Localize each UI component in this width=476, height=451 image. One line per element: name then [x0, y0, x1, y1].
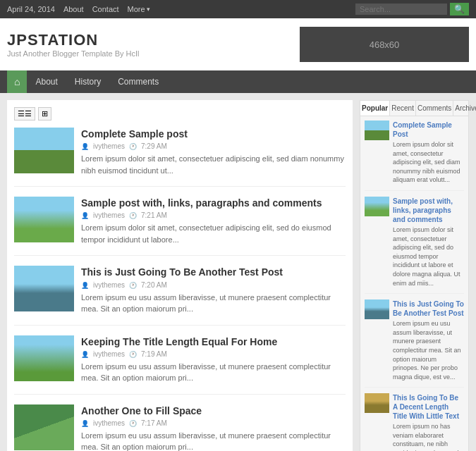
topbar: April 24, 2014 About Contact More ▾ 🔍	[0, 0, 476, 18]
sidebar-post-item: This is Just Going To Be Another Test Po…	[365, 299, 464, 388]
author-icon	[81, 419, 89, 427]
sidebar-posts-list: Complete Sample Post Lorem ipsum dolor s…	[360, 116, 468, 451]
nav-about[interactable]: About	[27, 71, 66, 92]
post-time: 7:19 AM	[141, 350, 167, 358]
topbar-contact-link[interactable]: Contact	[92, 5, 119, 13]
post-meta: ivythemes 7:19 AM	[81, 350, 346, 358]
topbar-right: 🔍	[355, 3, 469, 16]
post-excerpt: Lorem ipsum dolor sit amet, consectetuer…	[81, 222, 346, 245]
topbar-left: April 24, 2014 About Contact More ▾	[7, 5, 150, 13]
site-title: JPSTATION	[7, 31, 140, 49]
sidebar: Popular Recent Comments Archive Complete…	[360, 100, 469, 451]
tab-comments[interactable]: Comments	[416, 101, 453, 116]
list-view-button[interactable]: ☰☰	[14, 107, 35, 121]
author-icon	[81, 142, 89, 150]
content-area: ☰☰ ⊞ Complete Sample post ivythemes 7:29…	[7, 100, 353, 451]
post-time: 7:20 AM	[141, 281, 167, 289]
post-author: ivythemes	[93, 211, 125, 219]
post-title[interactable]: Keeping The Title Length Equal For Home	[81, 335, 346, 348]
chevron-down-icon: ▾	[147, 6, 150, 13]
post-thumbnail	[14, 404, 74, 450]
time-icon	[129, 350, 137, 358]
sidebar-post-item: Sample post with, links, paragraphs and …	[365, 197, 464, 294]
post-meta: ivythemes 7:20 AM	[81, 281, 346, 289]
post-title[interactable]: Complete Sample post	[81, 128, 346, 140]
tab-recent[interactable]: Recent	[390, 101, 416, 116]
sidebar-post-excerpt: Lorem ipsum dolor sit amet, consectetuer…	[393, 226, 464, 288]
nav-home-button[interactable]: ⌂	[7, 70, 27, 93]
post-author: ivythemes	[93, 419, 125, 427]
time-icon	[129, 142, 137, 150]
post-title[interactable]: This is Just Going To Be Another Test Po…	[81, 266, 346, 278]
post-excerpt: Lorem ipsum eu usu assum liberavisse, ut…	[81, 292, 346, 315]
post-body: Sample post with, links, paragraphs and …	[81, 197, 346, 245]
post-item: Sample post with, links, paragraphs and …	[14, 197, 346, 256]
topbar-about-link[interactable]: About	[63, 5, 84, 13]
post-meta: ivythemes 7:21 AM	[81, 211, 346, 219]
nav-history[interactable]: History	[66, 71, 109, 92]
sidebar-post-title[interactable]: Sample post with, links, paragraphs and …	[393, 197, 464, 224]
topbar-more-label: More	[128, 5, 145, 13]
post-time: 7:29 AM	[141, 142, 167, 150]
sidebar-post-body: This is Just Going To Be Another Test Po…	[393, 299, 464, 381]
navigation: ⌂ About History Comments	[0, 70, 476, 93]
time-icon	[129, 419, 137, 427]
post-body: Keeping The Title Length Equal For Home …	[81, 335, 346, 384]
grid-view-button[interactable]: ⊞	[38, 107, 51, 121]
sidebar-post-excerpt: Lorem ipsum dolor sit amet, consectetur …	[393, 140, 464, 185]
post-excerpt: Lorem ipsum eu usu assum liberavisse, ut…	[81, 430, 346, 451]
post-excerpt: Lorem ipsum eu usu assum liberavisse, ut…	[81, 361, 346, 384]
post-title[interactable]: Another One to Fill Space	[81, 404, 346, 417]
sidebar-post-title[interactable]: This is Just Going To Be Another Test Po…	[393, 299, 464, 318]
sidebar-post-thumbnail	[365, 197, 389, 216]
author-icon	[81, 281, 89, 289]
sidebar-post-title[interactable]: This Is Going To Be A Decent Length Titl…	[393, 393, 464, 421]
post-body: Another One to Fill Space ivythemes 7:17…	[81, 404, 346, 451]
header: JPSTATION Just Another Blogger Template …	[0, 18, 476, 70]
post-thumbnail	[14, 128, 74, 173]
time-icon	[129, 211, 137, 219]
sidebar-post-body: This Is Going To Be A Decent Length Titl…	[393, 393, 464, 451]
posts-list: Complete Sample post ivythemes 7:29 AM L…	[14, 128, 346, 451]
post-item: This is Just Going To Be Another Test Po…	[14, 266, 346, 325]
post-title[interactable]: Sample post with, links, paragraphs and …	[81, 197, 346, 209]
sidebar-post-item: This Is Going To Be A Decent Length Titl…	[365, 393, 464, 451]
tab-archive[interactable]: Archive	[453, 101, 476, 116]
search-input[interactable]	[355, 4, 447, 15]
post-time: 7:17 AM	[141, 419, 167, 427]
site-subtitle: Just Another Blogger Template By HcIl	[7, 49, 140, 58]
sidebar-post-thumbnail	[365, 121, 389, 140]
post-meta: ivythemes 7:17 AM	[81, 419, 346, 427]
post-thumbnail	[14, 197, 74, 242]
sidebar-post-thumbnail	[365, 299, 389, 319]
topbar-date: April 24, 2014	[7, 5, 55, 13]
time-icon	[129, 281, 137, 289]
main-container: ☰☰ ⊞ Complete Sample post ivythemes 7:29…	[0, 93, 476, 451]
tab-popular[interactable]: Popular	[360, 101, 390, 116]
post-body: This is Just Going To Be Another Test Po…	[81, 266, 346, 314]
sidebar-post-excerpt: Lorem ipsum no has veniam elaboraret con…	[393, 422, 464, 451]
sidebar-post-thumbnail	[365, 393, 389, 413]
post-thumbnail	[14, 266, 74, 311]
sidebar-post-title[interactable]: Complete Sample Post	[393, 121, 464, 139]
header-ad-banner: 468x60	[300, 27, 469, 62]
post-author: ivythemes	[93, 281, 125, 289]
search-button[interactable]: 🔍	[450, 3, 469, 16]
topbar-more-dropdown[interactable]: More ▾	[128, 5, 150, 13]
post-item: Complete Sample post ivythemes 7:29 AM L…	[14, 128, 346, 187]
post-item: Keeping The Title Length Equal For Home …	[14, 335, 346, 395]
post-author: ivythemes	[93, 350, 125, 358]
post-thumbnail	[14, 335, 74, 381]
sidebar-tab-header: Popular Recent Comments Archive	[360, 101, 468, 116]
sidebar-post-item: Complete Sample Post Lorem ipsum dolor s…	[365, 121, 464, 191]
view-toggle: ☰☰ ⊞	[14, 107, 346, 121]
author-icon	[81, 211, 89, 219]
post-body: Complete Sample post ivythemes 7:29 AM L…	[81, 128, 346, 176]
ad-text: 468x60	[370, 39, 400, 50]
nav-comments[interactable]: Comments	[109, 71, 167, 92]
sidebar-post-body: Complete Sample Post Lorem ipsum dolor s…	[393, 121, 464, 185]
sidebar-post-body: Sample post with, links, paragraphs and …	[393, 197, 464, 288]
post-time: 7:21 AM	[141, 211, 167, 219]
post-meta: ivythemes 7:29 AM	[81, 142, 346, 150]
header-branding: JPSTATION Just Another Blogger Template …	[7, 31, 140, 58]
